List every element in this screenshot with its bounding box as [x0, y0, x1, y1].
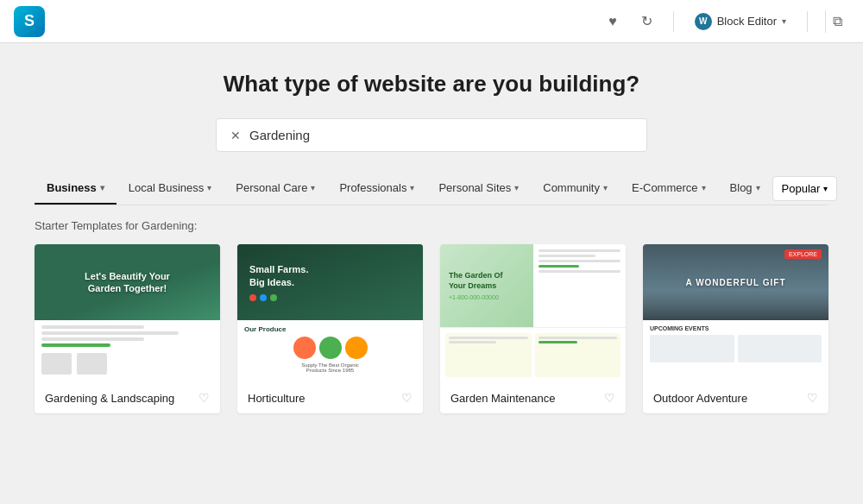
template-footer-2: Horticulture ♡: [237, 382, 423, 413]
template-name-1: Gardening & Landscaping: [45, 392, 174, 405]
editor-chevron-icon: ▾: [782, 16, 786, 26]
tab-blog[interactable]: Blog ▾: [718, 173, 772, 205]
ecommerce-chevron-icon: ▾: [702, 183, 706, 192]
tab-business[interactable]: Business ▾: [35, 173, 117, 205]
logo-icon: S: [14, 6, 45, 37]
header-right: ♥ ↻ W Block Editor ▾ ⧉: [602, 9, 849, 34]
tab-personal-sites[interactable]: Personal Sites ▾: [426, 173, 531, 205]
wp-icon: W: [695, 13, 712, 30]
template-preview-2: Small Farms.Big Ideas. Our Produce: [237, 244, 423, 382]
local-business-chevron-icon: ▾: [207, 183, 211, 192]
favorite-template-4-button[interactable]: ♡: [807, 391, 818, 405]
refresh-button[interactable]: ↻: [634, 9, 659, 33]
header-left: S: [14, 6, 45, 37]
template-name-3: Garden Maintenance: [450, 392, 555, 405]
professionals-chevron-icon: ▾: [410, 183, 414, 192]
template-name-2: Horticulture: [248, 392, 305, 405]
tab-professionals[interactable]: Professionals ▾: [327, 173, 426, 205]
block-editor-button[interactable]: W Block Editor ▾: [688, 9, 793, 34]
template-card-3[interactable]: The Garden OfYour Dreams +1-800-000-0000…: [440, 244, 626, 413]
template-preview-1: Let's Beautify YourGarden Together!: [35, 244, 220, 382]
search-bar: ✕: [216, 118, 647, 152]
template-preview-4: A WONDERFUL GIFT EXPLORE UPCOMING EVENTS: [643, 244, 828, 382]
templates-grid: Let's Beautify YourGarden Together!: [35, 244, 828, 413]
personal-sites-chevron-icon: ▾: [514, 183, 519, 192]
template-name-4: Outdoor Adventure: [653, 392, 747, 405]
tab-local-business[interactable]: Local Business ▾: [117, 173, 224, 205]
search-input[interactable]: [249, 128, 633, 142]
divider-2: [807, 11, 808, 32]
blog-chevron-icon: ▾: [756, 183, 760, 192]
template-footer-4: Outdoor Adventure ♡: [643, 382, 828, 413]
clear-search-button[interactable]: ✕: [230, 129, 241, 142]
header: S ♥ ↻ W Block Editor ▾ ⧉: [0, 0, 863, 43]
tab-personal-care[interactable]: Personal Care ▾: [224, 173, 327, 205]
template-card[interactable]: Let's Beautify YourGarden Together!: [35, 244, 220, 413]
personal-care-chevron-icon: ▾: [311, 183, 315, 192]
tabs-right: Popular ▾: [772, 176, 838, 201]
tab-community[interactable]: Community ▾: [531, 173, 620, 205]
favorite-template-1-button[interactable]: ♡: [198, 391, 210, 405]
community-chevron-icon: ▾: [603, 183, 608, 192]
sort-chevron-icon: ▾: [823, 184, 828, 193]
sort-dropdown[interactable]: Popular ▾: [772, 176, 838, 201]
category-tabs: Business ▾ Local Business ▾ Personal Car…: [35, 173, 828, 205]
favorite-template-2-button[interactable]: ♡: [401, 391, 413, 405]
business-chevron-icon: ▾: [100, 183, 104, 192]
template-preview-3: The Garden OfYour Dreams +1-800-000-0000…: [440, 244, 626, 382]
template-card-4[interactable]: A WONDERFUL GIFT EXPLORE UPCOMING EVENTS…: [643, 244, 828, 413]
results-label: Starter Templates for Gardening:: [35, 219, 828, 232]
main-content: What type of website are you building? ✕…: [0, 43, 863, 504]
tab-ecommerce[interactable]: E-Commerce ▾: [620, 173, 718, 205]
favorite-template-3-button[interactable]: ♡: [604, 391, 615, 405]
template-footer-3: Garden Maintenance ♡: [440, 382, 626, 413]
page-title: What type of website are you building?: [35, 71, 828, 98]
template-card-2[interactable]: Small Farms.Big Ideas. Our Produce: [237, 244, 423, 413]
template-footer-1: Gardening & Landscaping ♡: [35, 382, 220, 413]
favorite-button[interactable]: ♥: [602, 10, 624, 33]
preview-headline-1: Let's Beautify YourGarden Together!: [85, 270, 170, 295]
divider: [673, 11, 674, 32]
external-link-button[interactable]: ⧉: [825, 10, 849, 33]
